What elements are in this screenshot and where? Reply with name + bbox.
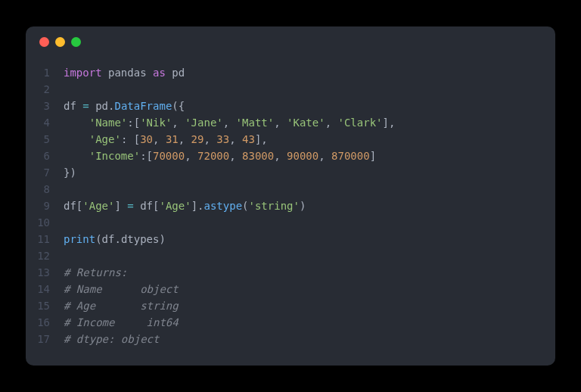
code-line: 16# Income int64 <box>26 314 555 331</box>
code-content <box>64 181 70 198</box>
line-number: 17 <box>26 331 64 347</box>
code-line: 7}) <box>26 164 555 181</box>
close-icon[interactable] <box>39 37 49 47</box>
code-line: 1import pandas as pd <box>26 64 555 81</box>
code-line: 3df = pd.DataFrame({ <box>26 98 555 114</box>
code-line: 5 'Age': [30, 31, 29, 33, 43], <box>26 131 555 148</box>
code-content: import pandas as pd <box>64 64 185 81</box>
maximize-icon[interactable] <box>71 37 81 47</box>
code-line: 17# dtype: object <box>26 331 555 347</box>
code-line: 8 <box>26 181 555 198</box>
code-line: 14# Name object <box>26 281 555 297</box>
code-line: 13# Returns: <box>26 264 555 281</box>
window-titlebar <box>26 26 555 57</box>
code-line: 12 <box>26 247 555 264</box>
code-content: # dtype: object <box>64 331 159 347</box>
line-number: 6 <box>26 148 64 164</box>
code-content: 'Name':['Nik', 'Jane', 'Matt', 'Kate', '… <box>64 114 395 131</box>
line-number: 15 <box>26 297 64 314</box>
code-line: 15# Age string <box>26 297 555 314</box>
code-line: 4 'Name':['Nik', 'Jane', 'Matt', 'Kate',… <box>26 114 555 131</box>
code-content: # Income int64 <box>64 314 179 331</box>
line-number: 5 <box>26 131 64 148</box>
line-number: 9 <box>26 198 64 214</box>
code-line: 9df['Age'] = df['Age'].astype('string') <box>26 198 555 214</box>
code-content <box>64 214 70 231</box>
code-content: print(df.dtypes) <box>64 231 166 247</box>
line-number: 7 <box>26 164 64 181</box>
line-number: 3 <box>26 98 64 114</box>
line-number: 4 <box>26 114 64 131</box>
line-number: 8 <box>26 181 64 198</box>
line-number: 2 <box>26 81 64 98</box>
code-line: 6 'Income':[70000, 72000, 83000, 90000, … <box>26 148 555 164</box>
code-content: df = pd.DataFrame({ <box>64 98 185 114</box>
minimize-icon[interactable] <box>55 37 65 47</box>
code-content <box>64 81 70 98</box>
code-content: # Age string <box>64 297 179 314</box>
code-content: 'Income':[70000, 72000, 83000, 90000, 87… <box>64 148 376 164</box>
code-editor: 1import pandas as pd2 3df = pd.DataFrame… <box>26 57 555 366</box>
code-content: 'Age': [30, 31, 29, 33, 43], <box>64 131 268 148</box>
line-number: 1 <box>26 64 64 81</box>
code-line: 2 <box>26 81 555 98</box>
line-number: 16 <box>26 314 64 331</box>
code-content: # Returns: <box>64 264 127 281</box>
line-number: 12 <box>26 247 64 264</box>
line-number: 13 <box>26 264 64 281</box>
code-line: 11print(df.dtypes) <box>26 231 555 247</box>
code-window: 1import pandas as pd2 3df = pd.DataFrame… <box>26 26 555 366</box>
line-number: 14 <box>26 281 64 297</box>
code-content: df['Age'] = df['Age'].astype('string') <box>64 198 306 214</box>
code-content: }) <box>64 164 76 181</box>
line-number: 11 <box>26 231 64 247</box>
code-content <box>64 247 70 264</box>
line-number: 10 <box>26 214 64 231</box>
code-line: 10 <box>26 214 555 231</box>
code-content: # Name object <box>64 281 179 297</box>
